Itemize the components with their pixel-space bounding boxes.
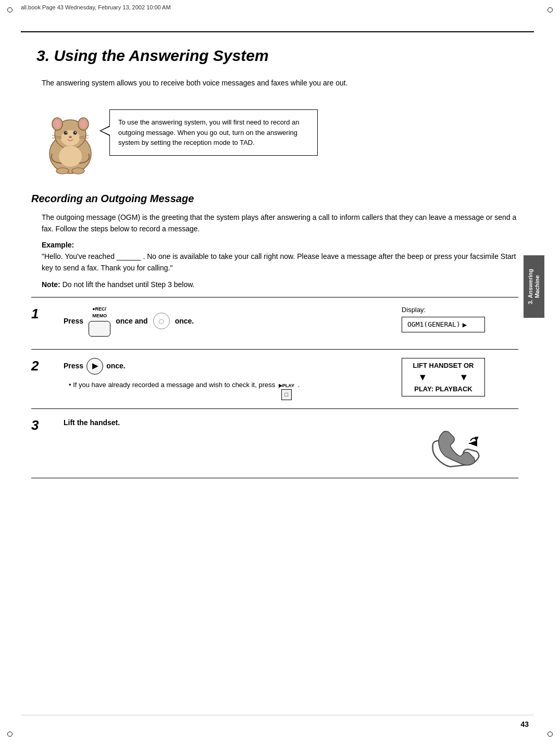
svg-point-11 <box>80 120 86 128</box>
example-label: Example: <box>31 241 518 249</box>
side-tab: 3. AnsweringMachine <box>524 255 544 318</box>
corner-mark-br <box>547 731 553 737</box>
info-area: To use the answering system, you will fi… <box>31 104 518 177</box>
handset-svg <box>425 423 487 469</box>
note-text: Note: Do not lift the handset until Step… <box>31 280 518 289</box>
display-arrow-1: ▶ <box>463 320 467 329</box>
hamster-svg <box>42 104 99 177</box>
bottom-rule <box>21 715 534 715</box>
section-text: The outgoing message (OGM) is the greeti… <box>31 212 518 234</box>
play-key-inline: ▶PLAY □ <box>279 382 294 400</box>
svg-point-9 <box>54 120 60 128</box>
step-number-2: 2 <box>31 350 57 408</box>
step-2-instruction: Press ▶ once. <box>64 358 387 375</box>
display-lift: LIFT HANDSET OR <box>402 358 485 373</box>
display-play: PLAY: PLAYBACK <box>402 382 485 396</box>
page-container: all.book Page 43 Wednesday, February 13,… <box>0 0 560 744</box>
svg-point-6 <box>75 132 76 133</box>
example-text: "Hello. You've reached ______ . No one i… <box>31 251 518 274</box>
callout-text: To use the answering system, you will fi… <box>118 118 300 146</box>
nav-circle-button: ○ <box>153 313 170 329</box>
corner-mark-tl <box>7 7 13 13</box>
corner-mark-bl <box>7 731 13 737</box>
side-tab-text: 3. AnsweringMachine <box>527 269 541 304</box>
step-number-3: 3 <box>31 409 57 478</box>
step-2-bullet: If you have already recorded a message a… <box>69 380 387 400</box>
file-path-text: all.book Page 43 Wednesday, February 13,… <box>21 4 171 10</box>
file-path-bar: all.book Page 43 Wednesday, February 13,… <box>21 4 171 10</box>
note-body: Do not lift the handset until Step 3 bel… <box>63 280 195 289</box>
display-screen-1: OGM1(GENERAL) ▶ <box>402 317 485 332</box>
svg-point-3 <box>64 131 68 135</box>
chapter-number: 3. <box>36 47 49 64</box>
display-arrows: ▼ ▼ <box>402 373 485 382</box>
display-text-1: OGM1(GENERAL) <box>407 320 461 328</box>
intro-text: The answering system allows you to recei… <box>31 78 518 89</box>
step-3-content: Lift the handset. <box>57 409 393 478</box>
display-stack-2: LIFT HANDSET OR ▼ ▼ PLAY: PLAYBACK <box>402 358 485 396</box>
step-row-2: 2 Press ▶ once. If you have <box>31 350 518 409</box>
step-1-instruction: Press ●REC/MEMO once and ○ once. <box>64 306 387 337</box>
once-label-2: once. <box>106 361 126 371</box>
svg-point-13 <box>56 168 69 174</box>
step-row-1: 1 Press ●REC/MEMO once and <box>31 297 518 350</box>
step-1-display: Display: OGM1(GENERAL) ▶ <box>393 297 518 349</box>
note-label: Note: <box>42 280 60 289</box>
press-label-1: Press <box>64 316 83 327</box>
step-2-content: Press ▶ once. If you have already record… <box>57 350 393 408</box>
step-3-instruction: Lift the handset. <box>64 418 120 427</box>
svg-point-7 <box>69 136 72 138</box>
play-button: ▶ <box>86 358 103 375</box>
chapter-title-text: Using the Answering System <box>54 47 268 64</box>
page-number: 43 <box>520 720 529 728</box>
handset-area <box>402 417 510 469</box>
step-2-sub: If you have already recorded a message a… <box>64 380 387 400</box>
step-row-3: 3 Lift the handset. <box>31 409 518 478</box>
svg-point-4 <box>73 131 77 135</box>
step-number-1: 1 <box>31 297 57 349</box>
step-1-content: Press ●REC/MEMO once and ○ once. <box>57 297 393 349</box>
once-suffix-label: once. <box>175 316 194 327</box>
corner-mark-tr <box>547 7 553 13</box>
section-title: Recording an Outgoing Message <box>31 193 518 205</box>
step-2-display: LIFT HANDSET OR ▼ ▼ PLAY: PLAYBACK <box>393 350 518 408</box>
press-label-2: Press <box>64 361 83 371</box>
rec-memo-label: ●REC/MEMO <box>92 306 107 320</box>
top-rule <box>21 31 534 32</box>
step-3-display <box>393 409 518 478</box>
callout-box: To use the answering system, you will fi… <box>109 109 318 156</box>
svg-point-12 <box>59 146 82 167</box>
svg-point-14 <box>72 168 84 174</box>
once-and-label: once and <box>116 316 147 327</box>
display-label-1: Display: <box>402 306 426 314</box>
main-content: 3. AnsweringMachine 3. Using the Answeri… <box>31 36 518 713</box>
steps-table: 1 Press ●REC/MEMO once and <box>31 297 518 478</box>
svg-point-5 <box>66 132 67 133</box>
hamster-figure <box>42 104 99 177</box>
chapter-title: 3. Using the Answering System <box>31 47 518 65</box>
rec-memo-button <box>89 321 110 337</box>
